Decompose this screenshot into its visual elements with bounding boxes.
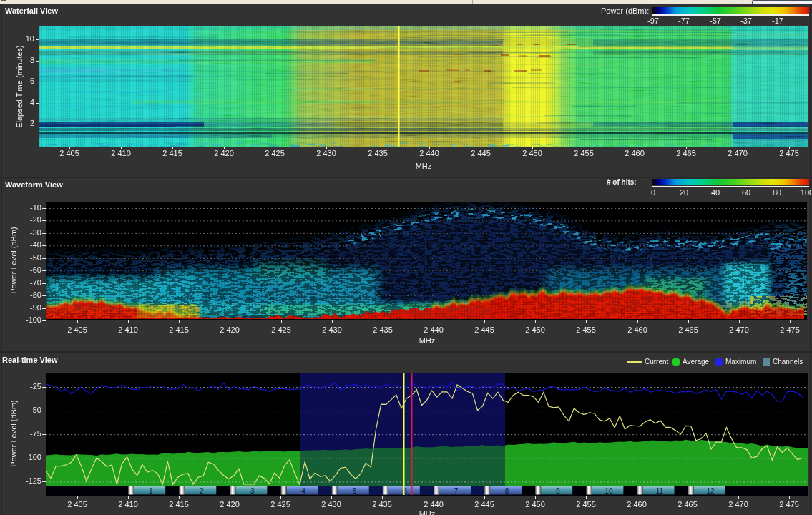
svg-text:10: 10 (605, 487, 613, 495)
svg-text:11: 11 (656, 487, 664, 495)
svg-text:8: 8 (505, 487, 509, 495)
svg-text:4: 4 (301, 487, 305, 495)
svg-text:1: 1 (149, 487, 153, 495)
svg-text:2: 2 (200, 487, 204, 495)
svg-text:5: 5 (352, 487, 356, 495)
svg-text:3: 3 (250, 487, 255, 495)
svg-text:12: 12 (707, 487, 715, 495)
svg-text:7: 7 (454, 487, 459, 495)
svg-text:9: 9 (556, 487, 560, 495)
